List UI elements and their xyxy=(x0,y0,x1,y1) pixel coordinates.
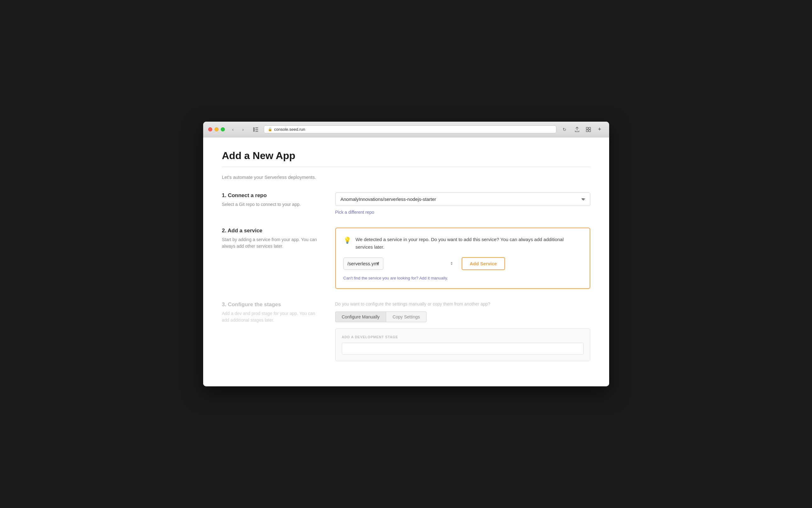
page-content: Add a New App Let's automate your Server… xyxy=(203,137,609,386)
step2-title: 2. Add a service xyxy=(222,227,323,234)
reload-button[interactable]: ↻ xyxy=(560,126,569,133)
pick-different-link[interactable]: Pick a different repo xyxy=(335,210,374,215)
detection-text: We detected a service in your repo. Do y… xyxy=(356,236,582,251)
step2-right: 💡 We detected a service in your repo. Do… xyxy=(335,227,590,289)
svg-rect-7 xyxy=(589,130,591,132)
minimize-button[interactable] xyxy=(214,127,218,131)
svg-rect-1 xyxy=(255,127,258,128)
traffic-lights xyxy=(208,127,225,131)
stage-input[interactable] xyxy=(342,343,584,354)
step2-left: 2. Add a service Start by adding a servi… xyxy=(222,227,323,250)
lock-icon: 🔒 xyxy=(268,127,272,131)
svg-rect-0 xyxy=(253,127,255,132)
new-tab-button[interactable]: + xyxy=(595,126,604,133)
back-button[interactable]: ‹ xyxy=(229,126,237,133)
page-subtitle: Let's automate your Serverless deploymen… xyxy=(222,174,590,180)
step1-title: 1. Connect a repo xyxy=(222,193,323,199)
service-select[interactable]: /serverless.yml xyxy=(343,257,383,270)
svg-rect-5 xyxy=(589,127,591,129)
nav-buttons: ‹ › xyxy=(229,126,247,133)
step3-right: Do you want to configure the settings ma… xyxy=(335,301,590,361)
add-service-button[interactable]: Add Service xyxy=(462,257,505,270)
sidebar-toggle-button[interactable] xyxy=(251,126,260,133)
forward-button[interactable]: › xyxy=(239,126,247,133)
lightbulb-icon: 💡 xyxy=(343,237,351,244)
step3-row: 3. Configure the stages Add a dev and pr… xyxy=(222,301,590,361)
close-button[interactable] xyxy=(208,127,212,131)
step1-row: 1. Connect a repo Select a Git repo to c… xyxy=(222,193,590,215)
step3-description: Add a dev and prod stage for your app. Y… xyxy=(222,310,323,324)
step3-left: 3. Configure the stages Add a dev and pr… xyxy=(222,301,323,324)
step1-left: 1. Connect a repo Select a Git repo to c… xyxy=(222,193,323,208)
step3-title: 3. Configure the stages xyxy=(222,301,323,308)
repo-select[interactable]: AnomalyInnovations/serverless-nodejs-sta… xyxy=(335,193,590,206)
step1-right: AnomalyInnovations/serverless-nodejs-sta… xyxy=(335,193,590,215)
tab-copy-settings[interactable]: Copy Settings xyxy=(386,311,427,322)
detection-header: 💡 We detected a service in your repo. Do… xyxy=(343,236,582,251)
configure-tabs: Configure Manually Copy Settings xyxy=(335,311,590,322)
configure-question: Do you want to configure the settings ma… xyxy=(335,301,590,306)
stage-box: ADD A DEVELOPMENT STAGE xyxy=(335,329,590,361)
service-select-row: /serverless.yml Add Service xyxy=(343,257,582,270)
browser-titlebar: ‹ › 🔒 console.seed.run ↻ xyxy=(203,122,609,137)
windows-button[interactable] xyxy=(584,126,593,133)
cant-find-link[interactable]: Can't find the service you are looking f… xyxy=(343,276,448,281)
svg-rect-2 xyxy=(255,129,258,130)
page-title: Add a New App xyxy=(222,150,590,162)
share-button[interactable] xyxy=(573,126,581,133)
tab-configure-manually[interactable]: Configure Manually xyxy=(335,311,387,322)
toolbar-actions: + xyxy=(573,126,604,133)
svg-rect-4 xyxy=(586,127,588,129)
step1-description: Select a Git repo to connect to your app… xyxy=(222,201,323,208)
step2-row: 2. Add a service Start by adding a servi… xyxy=(222,227,590,289)
page-divider xyxy=(222,167,590,167)
svg-rect-6 xyxy=(586,130,588,132)
url-bar[interactable]: 🔒 console.seed.run xyxy=(264,125,556,133)
url-text: console.seed.run xyxy=(274,127,306,132)
step2-description: Start by adding a service from your app.… xyxy=(222,237,323,250)
maximize-button[interactable] xyxy=(221,127,225,131)
browser-window: ‹ › 🔒 console.seed.run ↻ xyxy=(203,122,609,386)
svg-rect-3 xyxy=(255,131,258,132)
stage-label: ADD A DEVELOPMENT STAGE xyxy=(342,335,584,339)
service-detection-box: 💡 We detected a service in your repo. Do… xyxy=(335,227,590,289)
